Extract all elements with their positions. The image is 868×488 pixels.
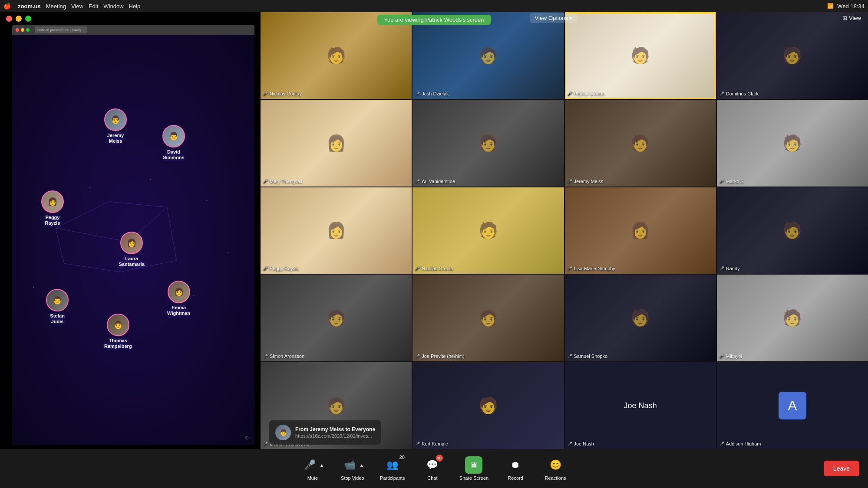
tile-nicolas-grenie: 🧑 🎤 Nicolas Grenié (413, 187, 564, 274)
name-joe-nash: Joe Nash (574, 441, 594, 446)
slide-person-peggy: 👩 PeggyRayzis (41, 190, 64, 226)
menu-meeting[interactable]: Meeting (46, 3, 66, 10)
participants-button[interactable]: 👥 20 Participants (380, 456, 406, 481)
name-tag-lisa-marie-namphy: 🎤 Lisa-Marie Namphy (568, 266, 615, 271)
record-button[interactable]: ⏺ Record (502, 456, 528, 481)
tile-mikayel: 🧑 🎤 Mikayel (717, 275, 868, 361)
video-joe-previte: 🧑 (413, 275, 564, 361)
name-patrick-woods: Patrick Woods (574, 91, 605, 96)
name-nicolas-coutay: Nicolas Coutay (270, 91, 302, 96)
tile-simon-aronsson: 🧑 🎤 Simon Aronsson (261, 275, 412, 361)
participants-icon: 👥 20 (384, 456, 401, 474)
app-name: zoom.us (18, 3, 41, 10)
reactions-button[interactable]: 😊 Reactions (542, 456, 568, 481)
video-josh-dzielak: 🧑 (413, 12, 564, 99)
svg-point-14 (194, 295, 195, 296)
tile-joe-nash: Joe Nash 🎤 Joe Nash (565, 362, 716, 449)
browser-fullscreen[interactable] (26, 28, 30, 32)
svg-point-13 (33, 287, 34, 288)
apple-logo: 🍎 (3, 3, 11, 10)
slide-name-david: DavidSimmons (163, 149, 185, 160)
name-mary-thengvall: Mary Thengvall (270, 179, 302, 184)
tile-mary-thengvall: 👩 🎤 Mary Thengvall (261, 100, 412, 187)
participants-label: Participants (380, 475, 405, 481)
tile-peggy-rayzis: 👩 🎤 Peggy Rayzis (261, 187, 412, 274)
participants-grid: 🧑 🎤 Nicolas Coutay 🧑 🎤 Josh Dzielak 🧑 🎤 … (261, 12, 868, 449)
view-button[interactable]: ⊞ View (842, 15, 861, 21)
slide-name-laura: LauraSantamaria (119, 256, 145, 267)
slide-content: 👩 PeggyRayzis 👨 JeremyMeiss 👨 DavidSimmo… (12, 35, 254, 445)
slide-avatar-emma: 👩 (168, 281, 190, 303)
video-randy: 🧑 (717, 187, 868, 274)
browser-minimize[interactable] (21, 28, 24, 32)
name-ari-vaniderstine: Ari Vaniderstine (422, 179, 455, 184)
tile-samuel-snopko: 🧑 🎤 Samuel Snopko (565, 275, 716, 361)
name-nicolas-grenie: Nicolas Grenié (422, 266, 453, 271)
svg-point-11 (206, 200, 207, 201)
slide-name-jeremy: JeremyMeiss (107, 133, 124, 144)
stop-video-button[interactable]: 📹 ▲ Stop Video (340, 456, 366, 481)
tile-jeremy-meiss: 🧑 🎤 Jeremy Meiss (565, 100, 716, 187)
chat-notification[interactable]: 👨 From Jeremy Meiss to Everyone https://… (269, 420, 381, 445)
browser-close[interactable] (16, 28, 19, 32)
name-mikayel: Mikayel (726, 354, 742, 359)
mic-icon-marko-s: 🎤 (719, 179, 724, 183)
name-marko-s: Marko S (726, 179, 744, 184)
menu-help[interactable]: Help (129, 3, 141, 10)
video-kurt-kemple: 🧑 (413, 362, 564, 449)
name-tag-simon-aronsson: 🎤 Simon Aronsson (263, 354, 304, 359)
mic-icon-ari-vaniderstine: 🎤 (415, 179, 420, 183)
svg-point-10 (150, 179, 151, 180)
browser-tab[interactable]: Untitled presentation - Goog... (35, 26, 87, 33)
tile-ari-vaniderstine: 🧑 🎤 Ari Vaniderstine (413, 100, 564, 187)
name-tag-mary-thengvall: 🎤 Mary Thengvall (263, 179, 302, 184)
name-tag-jeremy-meiss: 🎤 Jeremy Meiss (568, 179, 604, 184)
slide-avatar-thomas: 👨 (107, 314, 129, 336)
chat-message-content: From Jeremy Meiss to Everyone https://a1… (295, 426, 375, 439)
video-icon: 📹 (341, 456, 359, 474)
screen-share-notification: You are viewing Patrick Woods's screen (377, 15, 491, 25)
leave-button[interactable]: Leave (824, 461, 859, 476)
video-arrow[interactable]: ▲ (360, 463, 364, 468)
mic-icon-samuel-snopko: 🎤 (568, 354, 572, 358)
name-tag-mikayel: 🎤 Mikayel (719, 354, 742, 359)
share-screen-button[interactable]: 🖥 Share Screen (459, 456, 488, 481)
share-screen-label: Share Screen (459, 475, 488, 481)
close-button[interactable] (6, 16, 12, 22)
name-kurt-kemple: Kurt Kemple (422, 441, 448, 446)
slide-person-laura: 👩 LauraSantamaria (119, 232, 145, 267)
video-patrick-woods: 🧑 (565, 12, 716, 99)
chat-sender-name: From Jeremy Meiss to Everyone (295, 426, 375, 432)
video-peggy-rayzis: 👩 (261, 187, 412, 274)
joe-nash-name-display: Joe Nash (624, 401, 657, 410)
mic-icon-jeremy-meiss: 🎤 (568, 179, 572, 183)
fullscreen-button[interactable] (25, 16, 31, 22)
mic-icon-lisa-marie-namphy: 🎤 (568, 266, 572, 271)
menu-window[interactable]: Window (103, 3, 123, 10)
mute-button[interactable]: 🎤 ▲ Mute (300, 456, 326, 481)
mute-arrow[interactable]: ▲ (320, 463, 324, 468)
tile-kurt-kemple: 🧑 🎤 Kurt Kemple (413, 362, 564, 449)
chat-sender-avatar: 👨 (275, 425, 291, 440)
name-tag-domitrius-clark: 🎤 Domitrius Clark (719, 91, 759, 96)
tile-addison-higham: A 🎤 Addison Higham (717, 362, 868, 449)
slide-person-thomas: 👨 ThomasRampelberg (104, 314, 132, 349)
name-jeremy-meiss: Jeremy Meiss (574, 179, 604, 184)
menu-view[interactable]: View (71, 3, 83, 10)
name-tag-kurt-kemple: 🎤 Kurt Kemple (415, 441, 448, 446)
video-nicolas-coutay: 🧑 (261, 12, 412, 99)
menu-bar-right: 📶 Wed 18:34 (827, 3, 865, 10)
chat-icon: 💬 10 (424, 456, 441, 474)
chat-badge: 10 (436, 455, 443, 462)
minimize-button[interactable] (16, 16, 22, 22)
menu-edit[interactable]: Edit (89, 3, 98, 10)
screen-share-area: Untitled presentation - Goog... (0, 12, 261, 449)
wifi-icon: 📶 (827, 3, 834, 9)
name-tag-ari-vaniderstine: 🎤 Ari Vaniderstine (415, 179, 455, 184)
name-simon-aronsson: Simon Aronsson (270, 354, 304, 359)
chat-button[interactable]: 💬 10 Chat (419, 456, 446, 481)
svg-line-3 (109, 202, 167, 207)
mic-icon-joe-nash: 🎤 (568, 442, 572, 446)
mic-icon-addison-higham: 🎤 (719, 442, 724, 446)
view-options-button[interactable]: View Options ▾ (530, 13, 578, 23)
